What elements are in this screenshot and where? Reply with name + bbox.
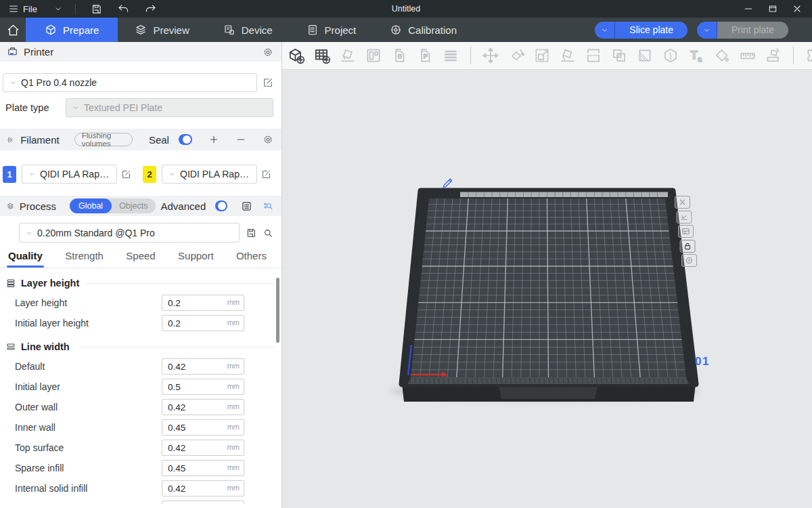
maximize-button[interactable] <box>767 3 778 14</box>
mesh-cut-button <box>662 47 679 64</box>
cube-icon <box>45 24 57 36</box>
calibration-icon <box>390 24 402 36</box>
scope-objects-button[interactable]: Objects <box>112 201 155 211</box>
param-unit: mm <box>227 402 240 410</box>
close-icon <box>792 3 803 14</box>
toolbar-divider <box>470 47 471 64</box>
params-scrollbar[interactable] <box>276 278 279 343</box>
lay-flat-button <box>559 47 577 64</box>
slice-plate-dropdown[interactable] <box>595 22 615 39</box>
plate-type-select[interactable]: Textured PEI Plate <box>66 98 273 117</box>
add-filament-button[interactable] <box>208 134 219 145</box>
add-plate-button[interactable] <box>313 47 331 64</box>
file-menu[interactable]: File <box>5 0 40 18</box>
tab-project[interactable]: Project <box>290 18 374 42</box>
param-label: Default <box>15 361 162 372</box>
redo-button[interactable] <box>142 0 160 18</box>
remove-filament-button[interactable] <box>235 134 246 145</box>
parameter-options-button[interactable] <box>262 200 273 212</box>
delete-plate-button[interactable] <box>675 196 690 209</box>
scope-global-button[interactable]: Global <box>70 198 112 213</box>
filament-1-badge[interactable]: 1 <box>3 166 16 183</box>
print-plate-button[interactable]: Print plate <box>717 22 788 39</box>
redo-icon <box>145 3 156 15</box>
file-menu-dropdown[interactable] <box>49 0 67 18</box>
plate-settings-button[interactable] <box>681 254 697 267</box>
minimize-icon <box>743 3 754 14</box>
param-label: Internal solid infill <box>15 483 162 494</box>
filament-1-select[interactable]: QIDI PLA Rapido <box>22 165 117 184</box>
home-button[interactable] <box>0 18 26 42</box>
printer-edit-button[interactable] <box>263 77 273 88</box>
parameter-list: Layer height Layer height mm Initial lay… <box>0 268 281 504</box>
mesh-cut-icon <box>662 47 679 64</box>
color-paint-icon <box>713 47 731 64</box>
group-title: Layer height <box>21 278 79 289</box>
chevron-down-icon <box>28 170 36 178</box>
lock-plate-button[interactable] <box>680 240 696 253</box>
tab-strength[interactable]: Strength <box>65 250 104 268</box>
param-row: Sparse infill mm <box>0 458 281 478</box>
filament-2-select[interactable]: QIDI PLA Rapido M... <box>162 165 257 184</box>
filament-1-edit-button[interactable] <box>121 169 131 179</box>
parameter-list-button[interactable] <box>241 200 252 212</box>
plate-rename-pencil-icon[interactable] <box>441 177 454 190</box>
tab-prepare[interactable]: Prepare <box>26 18 118 42</box>
process-preset-row: 0.20mm Standard @Q1 Pro <box>19 223 273 242</box>
rotate-button <box>508 47 525 64</box>
assembly-icon <box>805 47 812 64</box>
save-button[interactable] <box>88 0 106 18</box>
rename-plate-icon <box>681 227 691 236</box>
search-params-button[interactable] <box>263 228 273 238</box>
param-unit: mm <box>227 484 240 492</box>
param-row: Inner wall mm <box>0 417 281 438</box>
paste-button <box>416 47 434 64</box>
param-unit: mm <box>227 382 240 390</box>
printer-settings-button[interactable] <box>263 47 273 58</box>
advanced-toggle[interactable] <box>215 200 227 211</box>
undo-button[interactable] <box>115 0 133 18</box>
tab-label: Calibration <box>408 24 457 36</box>
param-label: Initial layer <box>15 381 162 392</box>
plate-back-strip <box>460 192 668 198</box>
printer-preset-select[interactable]: Q1 Pro 0.4 nozzle <box>3 73 257 92</box>
plate-type-value: Textured PEI Plate <box>84 102 162 113</box>
plate-front-band <box>408 377 689 384</box>
seal-toggle[interactable] <box>179 134 192 145</box>
param-row: Layer height mm <box>0 293 281 313</box>
tab-quality[interactable]: Quality <box>8 250 43 268</box>
flushing-volumes-button[interactable]: Flushing volumes <box>74 133 133 146</box>
param-unit: mm <box>227 298 240 306</box>
chevron-down-icon <box>9 79 17 87</box>
add-model-icon <box>288 47 305 64</box>
filament-2-badge[interactable]: 2 <box>143 166 156 183</box>
seam-paint-button <box>765 47 782 64</box>
minus-icon <box>235 134 246 145</box>
param-input-partial[interactable] <box>162 501 244 504</box>
close-button[interactable] <box>792 3 803 14</box>
filament-2-edit-button[interactable] <box>261 169 271 179</box>
process-preset-select[interactable]: 0.20mm Standard @Q1 Pro <box>19 223 240 242</box>
lock-plate-icon <box>683 242 693 251</box>
slice-plate-button[interactable]: Slice plate <box>615 22 687 39</box>
minimize-button[interactable] <box>743 3 754 14</box>
auto-orient-plate-icon <box>679 213 690 221</box>
plate-settings-icon <box>684 256 694 265</box>
maximize-icon <box>767 3 778 14</box>
add-model-button[interactable] <box>288 47 305 64</box>
tab-speed[interactable]: Speed <box>126 250 155 268</box>
rename-plate-button[interactable] <box>678 225 694 238</box>
auto-orient-plate-button[interactable] <box>677 211 692 224</box>
tab-device[interactable]: Device <box>206 18 290 42</box>
save-preset-button[interactable] <box>246 228 256 238</box>
tab-others[interactable]: Others <box>236 250 267 268</box>
tab-support[interactable]: Support <box>178 250 214 268</box>
viewport-3d[interactable]: 01 <box>282 42 812 508</box>
tab-calibration[interactable]: Calibration <box>373 18 474 42</box>
plate-action-buttons <box>675 196 690 267</box>
plate-front-notch <box>499 385 597 399</box>
filament-settings-button[interactable] <box>263 134 273 145</box>
tab-preview[interactable]: Preview <box>118 18 206 42</box>
plate-number-label[interactable]: 01 <box>695 355 710 368</box>
print-plate-dropdown[interactable] <box>697 22 717 39</box>
